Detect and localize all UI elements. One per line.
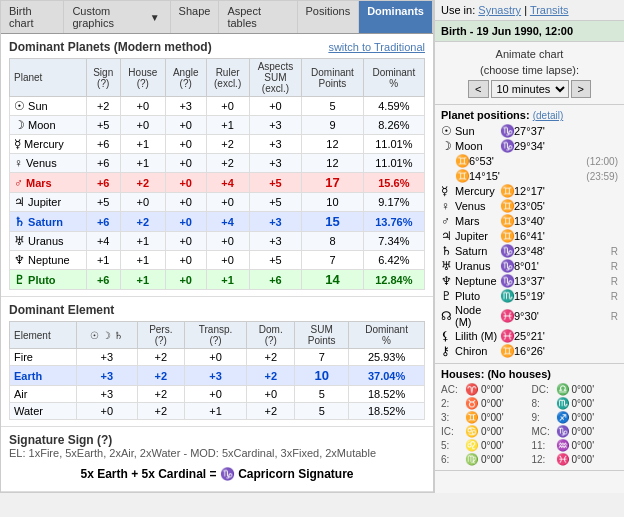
table-row: ☿ Mercury +6 +1 +0 +2 +3 12 11.01%	[10, 135, 425, 154]
transits-link[interactable]: Transits	[530, 4, 569, 16]
planet-name: Uranus	[28, 235, 63, 247]
table-row: ♆ Neptune +1 +1 +0 +0 +5 7 6.42%	[10, 251, 425, 270]
house-item: IC:♋0°00'	[441, 425, 528, 438]
table-row: ♂ Mars +6 +2 +0 +4 +5 17 15.6%	[10, 173, 425, 193]
list-item: ♃ Jupiter ♊ 16°41'	[441, 229, 618, 243]
house-item: 2:♉0°00'	[441, 397, 528, 410]
house-item: 6:♍0°00'	[441, 453, 528, 466]
planets-list: ☉ Sun ♑ 27°37' ☽ Moon ♑ 29°34' ♊ 6°53' (…	[441, 124, 618, 358]
planet-symbol: ♆	[14, 253, 25, 267]
house-grid: AC:♈0°00'DC:♎0°00'2:♉0°00'8:♏0°00'3:♊0°0…	[441, 383, 618, 466]
animate-prev-button[interactable]: <	[468, 80, 488, 98]
planet-symbol: ♀	[14, 156, 23, 170]
tab-aspect-tables[interactable]: Aspect tables	[219, 1, 297, 33]
house-item: DC:♎0°00'	[532, 383, 619, 396]
house-item: 12:♓0°00'	[532, 453, 619, 466]
birth-label: Birth - 19 Jun 1990, 12:00	[441, 25, 573, 37]
list-item: ☉ Sun ♑ 27°37'	[441, 124, 618, 138]
planet-name: Mars	[26, 177, 52, 189]
house-item: 11:♒0°00'	[532, 439, 619, 452]
tab-bar: Birth chart Custom graphics ▼ Shape Aspe…	[1, 1, 433, 34]
col-house: House(?)	[120, 59, 165, 97]
table-row: ♇ Pluto +6 +1 +0 +1 +6 14 12.84%	[10, 270, 425, 290]
list-item: ♇ Pluto ♏ 15°19' R	[441, 289, 618, 303]
dominant-planets-title: Dominant Planets (Modern method)	[9, 40, 212, 54]
col-element: Element	[10, 322, 77, 349]
list-item: ☽ Moon ♑ 29°34'	[441, 139, 618, 153]
dominant-planets-table: Planet Sign(?) House(?) Angle(?) Ruler(e…	[9, 58, 425, 290]
planet-symbol: ♃	[14, 195, 25, 209]
col-aspects: AspectsSUM(excl.)	[249, 59, 302, 97]
planet-name: Saturn	[28, 216, 63, 228]
list-item: ♄ Saturn ♑ 23°48' R	[441, 244, 618, 258]
houses-title: Houses: (No houses)	[441, 368, 618, 380]
tab-birth-chart[interactable]: Birth chart	[1, 1, 64, 33]
house-item: 9:♐0°00'	[532, 411, 619, 424]
tab-dominants[interactable]: Dominants	[359, 1, 433, 33]
house-item: 5:♌0°00'	[441, 439, 528, 452]
planet-name: Moon	[28, 119, 56, 131]
signature-title: Signature Sign (?)	[9, 433, 425, 447]
tab-shape[interactable]: Shape	[171, 1, 220, 33]
table-row: Fire +3 +2 +0 +2 7 25.93%	[10, 349, 425, 366]
col-dom-pct: Dominant%	[349, 322, 425, 349]
tab-positions[interactable]: Positions	[298, 1, 360, 33]
positions-section: Planet positions: (detail) ☉ Sun ♑ 27°37…	[435, 105, 624, 364]
signature-result: 5x Earth + 5x Cardinal = ♑ Capricorn Sig…	[9, 463, 425, 485]
birth-box: Birth - 19 Jun 1990, 12:00	[435, 21, 624, 42]
planet-symbol: ♇	[14, 273, 25, 287]
table-row: ♃ Jupiter +5 +0 +0 +0 +5 10 9.17%	[10, 193, 425, 212]
positions-detail-link[interactable]: (detail)	[533, 110, 564, 121]
positions-title: Planet positions:	[441, 109, 530, 121]
animate-time-select[interactable]: 1 minute5 minutes10 minutes30 minutes1 h…	[491, 80, 569, 98]
house-item: 3:♊0°00'	[441, 411, 528, 424]
planet-name: Venus	[26, 157, 57, 169]
list-item: ☿ Mercury ♊ 12°17'	[441, 184, 618, 198]
custom-graphics-dropdown[interactable]: ▼	[148, 12, 162, 23]
table-row: Air +3 +2 +0 +0 5 18.52%	[10, 386, 425, 403]
list-item: ♊ 14°15' (23:59)	[441, 169, 618, 183]
right-panel: Use in: Synastry | Transits Birth - 19 J…	[434, 0, 624, 493]
house-item: AC:♈0°00'	[441, 383, 528, 396]
house-item: MC:♑0°00'	[532, 425, 619, 438]
table-row: ☽ Moon +5 +0 +0 +1 +3 9 8.26%	[10, 116, 425, 135]
col-planet: Planet	[10, 59, 87, 97]
dominant-element-title: Dominant Element	[9, 303, 114, 317]
dominant-planets-section: Dominant Planets (Modern method) switch …	[1, 34, 433, 297]
table-row: ♀ Venus +6 +1 +0 +2 +3 12 11.01%	[10, 154, 425, 173]
list-item: ⚷ Chiron ♊ 16°26'	[441, 344, 618, 358]
col-pct: Dominant%	[363, 59, 424, 97]
table-row: Earth +3 +2 +3 +2 10 37.04%	[10, 366, 425, 386]
tab-custom-graphics[interactable]: Custom graphics ▼	[64, 1, 170, 33]
animate-label: Animate chart	[441, 48, 618, 60]
synastry-link[interactable]: Synastry	[478, 4, 521, 16]
col-transp: Transp.(?)	[184, 322, 246, 349]
col-sym: ☉ ☽ ♄	[76, 322, 137, 349]
switch-to-traditional-link[interactable]: switch to Traditional	[328, 41, 425, 53]
list-item: ⚸ Lilith (M) ♓ 25°21'	[441, 329, 618, 343]
animate-next-button[interactable]: >	[571, 80, 591, 98]
planet-name: Neptune	[28, 254, 70, 266]
planet-name: Pluto	[28, 274, 56, 286]
col-sign: Sign(?)	[86, 59, 120, 97]
animate-sublabel: (choose time lapse):	[441, 64, 618, 76]
house-item: 8:♏0°00'	[532, 397, 619, 410]
dominant-element-table: Element ☉ ☽ ♄ Pers.(?) Transp.(?) Dom.(?…	[9, 321, 425, 420]
signature-section: Signature Sign (?) EL: 1xFire, 5xEarth, …	[1, 427, 433, 492]
planet-symbol: ♄	[14, 215, 25, 229]
planet-symbol: ☿	[14, 137, 21, 151]
planet-name: Sun	[28, 100, 48, 112]
table-row: Water +0 +2 +1 +2 5 18.52%	[10, 403, 425, 420]
table-row: ♄ Saturn +6 +2 +0 +4 +3 15 13.76%	[10, 212, 425, 232]
use-in-bar: Use in: Synastry | Transits	[435, 0, 624, 21]
houses-section: Houses: (No houses) AC:♈0°00'DC:♎0°00'2:…	[435, 364, 624, 471]
col-dom: Dom.(?)	[247, 322, 295, 349]
col-points: DominantPoints	[302, 59, 363, 97]
col-angle: Angle(?)	[165, 59, 206, 97]
planet-symbol: ♂	[14, 176, 23, 190]
list-item: ☊ Node (M) ♓ 9°30' R	[441, 304, 618, 328]
list-item: ♀ Venus ♊ 23°05'	[441, 199, 618, 213]
col-ruler: Ruler(excl.)	[206, 59, 249, 97]
table-row: ♅ Uranus +4 +1 +0 +0 +3 8 7.34%	[10, 232, 425, 251]
dominant-element-section: Dominant Element Element ☉ ☽ ♄ Pers.(?) …	[1, 297, 433, 427]
